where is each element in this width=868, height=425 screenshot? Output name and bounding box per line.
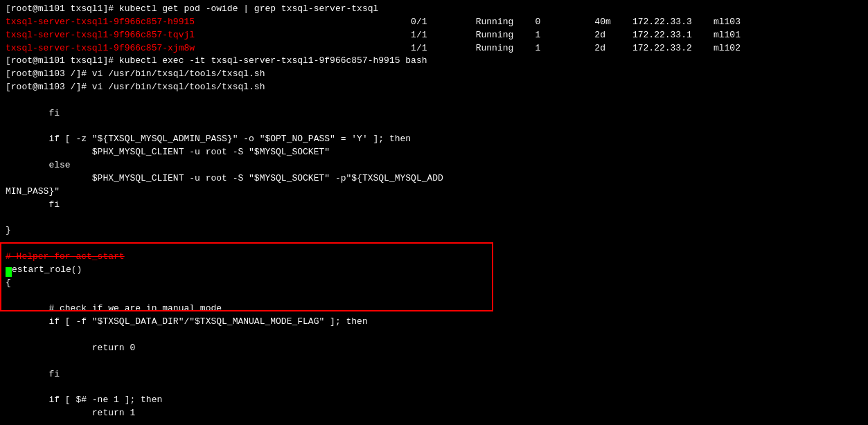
terminal-line: if [ -f "$TXSQL_DATA_DIR"/"$TXSQL_MANUAL…: [6, 316, 862, 329]
terminal-line: $PHX_MYSQL_CLIENT -u root -S "$MYSQL_SOC…: [6, 172, 862, 186]
terminal-line: [6, 120, 862, 134]
terminal-line: $PHX_MYSQL_CLIENT -u root -S "$MYSQL_SOC…: [6, 146, 862, 159]
terminal-line: return 0: [6, 342, 862, 355]
terminal-line: [6, 420, 862, 425]
terminal-line: [6, 212, 862, 225]
terminal-line: MIN_PASS}": [6, 186, 862, 199]
terminal-line: [6, 355, 862, 368]
terminal-line: if [ $# -ne 1 ]; then: [6, 394, 862, 407]
terminal-line: txsql-server-txsql1-9f966c857-h9915 0/1 …: [6, 16, 862, 29]
terminal-comment-line: # Helper for act_start: [6, 251, 862, 264]
terminal-line: return 1: [6, 407, 862, 420]
terminal-line: else: [6, 159, 862, 172]
terminal-line: fi: [6, 199, 862, 212]
terminal-line: [root@ml103 /]# vi /usr/bin/txsql/tools/…: [6, 81, 862, 94]
terminal-window: [root@ml101 txsql1]# kubectl get pod -ow…: [0, 0, 868, 425]
terminal-line: [root@ml101 txsql1]# kubectl exec -it tx…: [6, 55, 862, 68]
terminal-line: [6, 381, 862, 394]
cursor: [6, 267, 12, 277]
terminal-line: txsql-server-txsql1-9f966c857-tqvjl 1/1 …: [6, 29, 862, 42]
terminal-line: [root@ml101 txsql1]# kubectl get pod -ow…: [6, 3, 862, 16]
terminal-line: fi: [6, 368, 862, 381]
terminal-line: }: [6, 224, 862, 237]
terminal-line: fi: [6, 107, 862, 120]
terminal-line: [6, 237, 862, 251]
terminal-line: estart_role(): [6, 264, 862, 277]
terminal-line: [6, 290, 862, 303]
terminal-line: txsql-server-txsql1-9f966c857-xjm8w 1/1 …: [6, 42, 862, 55]
terminal-line: [6, 329, 862, 342]
terminal-line: if [ -z "${TXSQL_MYSQL_ADMIN_PASS}" -o "…: [6, 133, 862, 146]
terminal-line: [6, 94, 862, 107]
terminal-line: {: [6, 277, 862, 290]
terminal-line: [root@ml103 /]# vi /usr/bin/txsql/tools/…: [6, 68, 862, 81]
terminal-line: # check if we are in manual mode: [6, 302, 862, 316]
